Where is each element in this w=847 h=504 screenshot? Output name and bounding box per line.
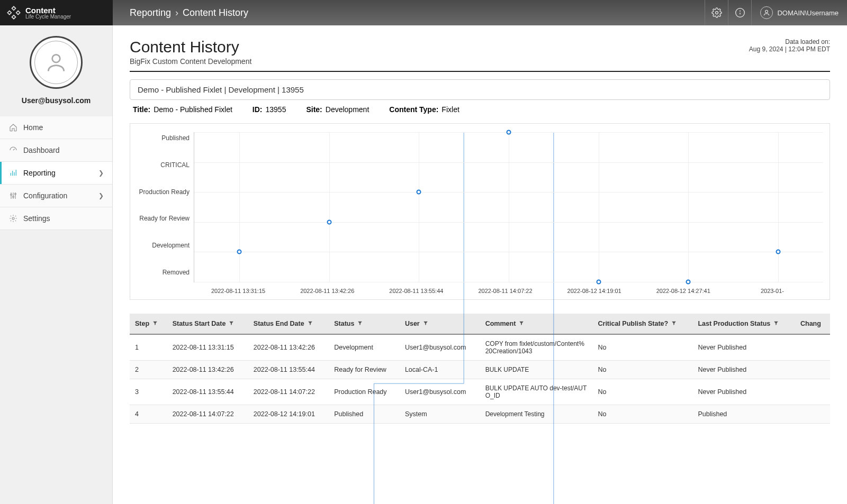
sidebar-profile: User@busysol.com [0,25,112,111]
chart-y-axis: PublishedCRITICALProduction ReadyReady f… [130,126,194,295]
svg-point-11 [11,194,12,196]
meta-row: Title:Demo - Published Fixlet ID:13955 S… [130,100,830,114]
nav-configuration[interactable]: Configuration ❯ [0,185,112,207]
chart-plot[interactable] [194,132,823,282]
chart-x-tick: 2022-08-11 14:07:22 [461,288,549,294]
nav: Home Dashboard Reporting ❯ Configuration… [0,116,112,230]
chart-point[interactable] [417,190,421,195]
gear-icon [8,214,18,223]
meta-id-value: 13955 [266,105,286,114]
svg-point-16 [12,217,14,219]
top-actions: DOMAIN\Username [705,0,847,25]
history-chart: PublishedCRITICALProduction ReadyReady f… [130,123,830,300]
chart-x-tick: 2022-08-11 13:55:44 [372,288,461,294]
meta-site-value: Development [326,105,370,114]
chart-point[interactable] [776,250,781,254]
user-avatar-icon [760,6,773,19]
table-cell: 1 [130,334,167,361]
gauge-icon [8,145,18,155]
svg-point-3 [740,11,741,11]
table-cell: 4 [130,405,167,424]
sidebar: User@busysol.com Home Dashboard Reportin… [0,25,113,504]
svg-point-5 [52,54,60,62]
filter-icon[interactable] [152,320,158,327]
chart-x-tick: 2022-08-11 13:42:26 [283,288,372,294]
brand: Content Life Cycle Manager [0,0,113,25]
info-button[interactable] [728,0,751,25]
breadcrumb-root[interactable]: Reporting [130,7,171,19]
chart-x-tick: 2022-08-12 14:19:01 [550,288,639,294]
page-title: Content History [130,38,251,56]
home-icon [8,123,18,132]
content-selector[interactable]: Demo - Published Fixlet | Development | … [130,79,830,100]
svg-point-4 [765,10,768,13]
chart-x-tick: 2022-08-11 13:31:15 [194,288,283,294]
chart-y-tick: Production Ready [130,188,190,196]
nav-label: Configuration [23,191,67,200]
table-cell: 3 [130,379,167,405]
top-bar: Content Life Cycle Manager Reporting › C… [0,0,847,25]
meta-type-label: Content Type: [389,105,438,114]
chart-y-tick: CRITICAL [130,161,190,169]
main-content[interactable]: Content History BigFix Custom Content De… [113,25,847,504]
chart-point[interactable] [686,280,691,285]
chart-point[interactable] [327,219,331,224]
report-icon [8,168,18,178]
avatar [30,36,83,89]
chart-y-tick: Removed [130,269,190,276]
nav-label: Dashboard [23,146,60,154]
chart-y-tick: Development [130,242,190,249]
chart-point[interactable] [237,250,241,254]
brand-title: Content [25,6,71,14]
table-col-header[interactable]: Step [130,314,167,334]
nav-dashboard[interactable]: Dashboard [0,139,112,162]
data-loaded-label: Data loaded on: [749,38,830,45]
meta-title-value: Demo - Published Fixlet [154,105,232,114]
chart-y-tick: Published [130,134,190,142]
chevron-right-icon: ❯ [98,192,104,199]
gear-icon [711,7,722,18]
nav-label: Reporting [23,169,56,177]
person-icon [44,51,68,74]
page-subtitle: BigFix Custom Content Development [130,57,251,66]
chevron-right-icon: ❯ [98,169,104,177]
meta-id-label: ID: [253,105,263,114]
chart-y-tick: Ready for Review [130,215,190,222]
data-loaded-value: Aug 9, 2024 | 12:04 PM EDT [749,45,830,53]
meta-type-value: Fixlet [441,105,459,114]
nav-label: Settings [23,214,50,223]
content-selector-value: Demo - Published Fixlet | Development | … [138,85,304,94]
meta-title-label: Title: [133,105,150,114]
brand-subtitle: Life Cycle Manager [25,14,71,20]
nav-label: Home [23,123,43,132]
nav-settings[interactable]: Settings [0,207,112,230]
brand-icon [6,5,21,20]
svg-point-13 [13,196,14,198]
breadcrumb-current: Content History [183,7,248,19]
settings-button[interactable] [705,0,728,25]
chart-x-tick: 2023-01- [728,288,817,294]
nav-home[interactable]: Home [0,116,112,139]
nav-reporting[interactable]: Reporting ❯ [0,162,112,185]
meta-site-label: Site: [306,105,322,114]
sliders-icon [8,191,18,200]
sidebar-user-email: User@busysol.com [22,96,91,105]
svg-point-15 [15,193,16,195]
chart-x-tick: 2022-08-12 14:27:41 [639,288,728,294]
chart-point[interactable] [507,130,511,135]
chart-point[interactable] [596,280,601,285]
info-icon [735,7,745,18]
user-label: DOMAIN\Username [777,9,839,17]
user-menu[interactable]: DOMAIN\Username [751,0,847,25]
table-cell: 2 [130,361,167,379]
page-header: Content History BigFix Custom Content De… [130,38,830,72]
svg-point-0 [715,12,718,14]
breadcrumb: Reporting › Content History [113,0,705,25]
chart-x-axis: 2022-08-11 13:31:152022-08-11 13:42:2620… [194,288,817,294]
